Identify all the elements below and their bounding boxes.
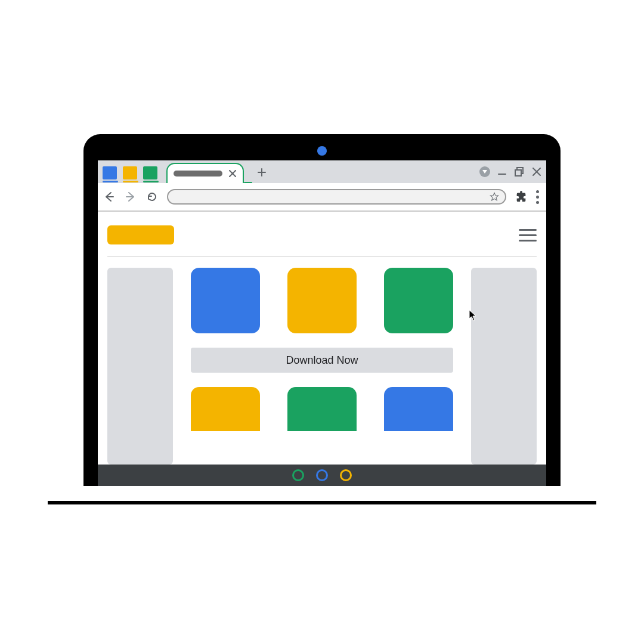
- address-bar[interactable]: [167, 189, 506, 205]
- laptop-frame: Download Now: [83, 134, 561, 486]
- os-taskbar: [98, 465, 546, 486]
- tile-3[interactable]: [384, 268, 453, 333]
- tile-5[interactable]: [287, 387, 357, 431]
- mouse-cursor: [469, 309, 477, 321]
- web-page: Download Now: [98, 212, 546, 465]
- active-tab-title: [174, 171, 222, 177]
- tile-4[interactable]: [191, 387, 260, 431]
- shelf-app-3[interactable]: [340, 469, 352, 481]
- reload-button[interactable]: [145, 190, 159, 203]
- background-tab-2[interactable]: [123, 166, 137, 179]
- left-ad-placeholder: [107, 268, 173, 465]
- shelf-app-2[interactable]: [316, 469, 328, 481]
- background-tab-1[interactable]: [103, 166, 117, 179]
- right-ad-placeholder: [471, 268, 537, 465]
- screen: Download Now: [98, 160, 546, 486]
- browser-toolbar: [98, 183, 546, 212]
- main-content: Download Now: [187, 268, 457, 465]
- window-close-icon[interactable]: [532, 167, 541, 177]
- new-tab-button[interactable]: [256, 166, 268, 178]
- tile-2[interactable]: [287, 268, 357, 333]
- divider: [107, 256, 537, 257]
- download-now-button[interactable]: Download Now: [191, 348, 453, 373]
- browser-menu-icon[interactable]: [536, 190, 539, 204]
- background-tab-3[interactable]: [143, 166, 157, 179]
- tab-indicator-2: [123, 181, 138, 182]
- tile-row-2: [191, 387, 453, 431]
- active-tab[interactable]: [166, 163, 244, 183]
- tab-strip: [98, 160, 546, 183]
- svg-rect-1: [515, 170, 521, 176]
- account-dropdown-icon[interactable]: [479, 166, 490, 177]
- close-tab-icon[interactable]: [228, 169, 237, 178]
- back-button[interactable]: [103, 190, 116, 203]
- laptop-base: [48, 501, 596, 504]
- tile-6[interactable]: [384, 387, 453, 431]
- tile-row-1: [191, 268, 453, 333]
- tile-1[interactable]: [191, 268, 260, 333]
- minimize-icon[interactable]: [497, 167, 507, 177]
- site-menu-icon[interactable]: [519, 229, 537, 242]
- tab-indicator-1: [103, 181, 118, 182]
- site-logo[interactable]: [107, 225, 174, 244]
- tab-indicator-3: [143, 181, 159, 182]
- download-now-label: Download Now: [286, 354, 358, 367]
- extensions-icon[interactable]: [515, 190, 528, 203]
- site-header: [107, 220, 537, 250]
- forward-button[interactable]: [124, 190, 137, 203]
- webcam-dot: [317, 146, 327, 156]
- shelf-app-1[interactable]: [292, 469, 304, 481]
- window-controls: [479, 166, 541, 177]
- bookmark-star-icon[interactable]: [490, 192, 499, 202]
- restore-icon[interactable]: [514, 166, 525, 177]
